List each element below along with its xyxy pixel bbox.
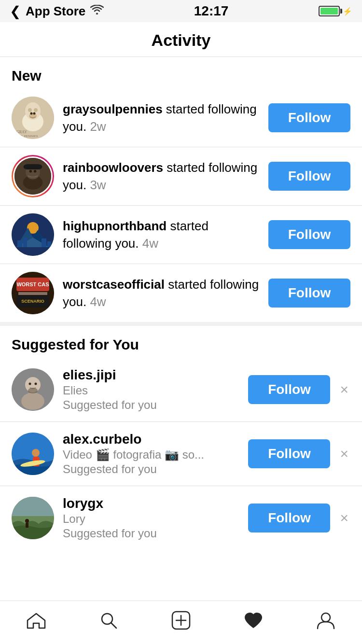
bolt-icon: ⚡ bbox=[343, 7, 352, 16]
avatar-worstcaseofficial[interactable]: WORST CAS SCENARIO bbox=[12, 272, 54, 314]
svg-rect-44 bbox=[26, 523, 28, 528]
back-arrow-icon[interactable]: ❮ bbox=[10, 3, 21, 19]
new-section-heading: New bbox=[0, 57, 362, 89]
suggested-item-eliesjipi: elies.jipi Elies Suggested for you Follo… bbox=[0, 358, 362, 421]
time-worstcaseofficial: 4w bbox=[90, 294, 106, 309]
suggested-info-lorygx: lorygx Lory Suggested for you bbox=[63, 496, 239, 540]
page-header: Activity bbox=[0, 22, 362, 57]
follow-button-graysoulpennies[interactable]: Follow bbox=[268, 103, 350, 132]
follower-item-rainboowloovers: rainboowloovers started following you. 3… bbox=[0, 147, 362, 205]
username-rainboowloovers: rainboowloovers bbox=[63, 160, 163, 175]
suggested-username-alexcurbelo: alex.curbelo bbox=[63, 432, 239, 447]
time-graysoulpennies: 2w bbox=[90, 119, 106, 134]
avatar-alexcurbelo[interactable] bbox=[12, 433, 54, 475]
bottom-nav bbox=[0, 601, 362, 644]
wifi-icon bbox=[90, 5, 104, 17]
suggested-displayname-eliesjipi: Elies bbox=[63, 384, 239, 397]
suggested-tag-lorygx: Suggested for you bbox=[63, 527, 239, 540]
app-store-label[interactable]: App Store bbox=[26, 4, 85, 19]
follow-button-worstcaseofficial[interactable]: Follow bbox=[268, 279, 350, 308]
follower-item-graysoulpennies: GRAY SOUL PENNIES graysoulpennies starte… bbox=[0, 89, 362, 147]
svg-point-3 bbox=[28, 108, 32, 112]
nav-add[interactable] bbox=[162, 608, 200, 637]
dismiss-button-lorygx[interactable]: × bbox=[338, 508, 350, 528]
svg-rect-15 bbox=[24, 164, 42, 169]
svg-rect-21 bbox=[17, 240, 22, 247]
username-highupnorthband: highupnorthband bbox=[63, 219, 167, 233]
suggested-bio-alexcurbelo: Video 🎬 fotografia 📷 so... bbox=[63, 448, 239, 462]
svg-point-6 bbox=[30, 112, 33, 115]
heart-icon bbox=[244, 612, 263, 633]
svg-rect-42 bbox=[12, 497, 54, 516]
avatar-rainboowloovers[interactable] bbox=[12, 155, 54, 197]
suggested-username-eliesjipi: elies.jipi bbox=[63, 367, 239, 383]
follower-text-graysoulpennies: graysoulpennies started following you. 2… bbox=[63, 100, 260, 136]
svg-point-43 bbox=[25, 519, 29, 523]
home-icon bbox=[27, 612, 46, 633]
suggested-displayname-lorygx: Lory bbox=[63, 512, 239, 526]
profile-icon bbox=[317, 611, 335, 634]
svg-text:SCENARIO: SCENARIO bbox=[21, 299, 44, 304]
svg-point-33 bbox=[21, 392, 44, 410]
time-highupnorthband: 4w bbox=[142, 236, 158, 251]
suggested-item-alexcurbelo: alex.curbelo Video 🎬 fotografia 📷 so... … bbox=[0, 422, 362, 486]
svg-rect-24 bbox=[47, 241, 51, 247]
suggested-tag-alexcurbelo: Suggested for you bbox=[63, 462, 239, 476]
suggested-info-eliesjipi: elies.jipi Elies Suggested for you bbox=[63, 367, 239, 412]
svg-point-7 bbox=[33, 112, 36, 115]
username-graysoulpennies: graysoulpennies bbox=[63, 102, 163, 116]
suggested-actions-eliesjipi: Follow × bbox=[248, 375, 350, 404]
svg-text:WORST CAS: WORST CAS bbox=[16, 281, 49, 287]
follower-item-worstcaseofficial: WORST CAS SCENARIO worstcaseofficial sta… bbox=[0, 264, 362, 322]
suggested-item-lorygx: lorygx Lory Suggested for you Follow × bbox=[0, 486, 362, 550]
avatar-graysoulpennies[interactable]: GRAY SOUL PENNIES bbox=[12, 97, 54, 139]
nav-search[interactable] bbox=[89, 608, 128, 637]
avatar-eliesjipi[interactable] bbox=[12, 368, 54, 411]
time-rainboowloovers: 3w bbox=[90, 178, 106, 192]
svg-point-35 bbox=[35, 383, 37, 385]
svg-rect-30 bbox=[18, 292, 47, 295]
suggested-actions-lorygx: Follow × bbox=[248, 504, 350, 532]
follow-button-lorygx[interactable]: Follow bbox=[248, 504, 330, 532]
svg-point-4 bbox=[34, 108, 38, 112]
svg-line-46 bbox=[111, 623, 116, 628]
section-divider bbox=[0, 322, 362, 326]
svg-point-50 bbox=[321, 613, 330, 622]
svg-point-36 bbox=[28, 388, 38, 393]
page-title: Activity bbox=[0, 31, 362, 50]
suggested-tag-eliesjipi: Suggested for you bbox=[63, 398, 239, 412]
suggested-section-heading: Suggested for You bbox=[0, 326, 362, 358]
svg-text:GRAY: GRAY bbox=[16, 130, 27, 134]
follow-button-highupnorthband[interactable]: Follow bbox=[268, 220, 350, 249]
status-right: ⚡ bbox=[319, 6, 352, 16]
svg-rect-23 bbox=[42, 238, 46, 247]
svg-point-34 bbox=[29, 383, 31, 385]
follower-text-worstcaseofficial: worstcaseofficial started following you.… bbox=[63, 276, 260, 311]
svg-point-38 bbox=[32, 449, 40, 457]
status-time: 12:17 bbox=[194, 3, 229, 19]
nav-activity[interactable] bbox=[234, 608, 273, 637]
search-icon bbox=[100, 612, 117, 633]
nav-profile[interactable] bbox=[306, 608, 345, 637]
dismiss-button-alexcurbelo[interactable]: × bbox=[338, 444, 350, 464]
follow-button-rainboowloovers[interactable]: Follow bbox=[268, 162, 350, 191]
nav-home[interactable] bbox=[17, 608, 56, 637]
svg-text:SOUL PENNIES: SOUL PENNIES bbox=[14, 134, 38, 138]
svg-point-16 bbox=[12, 213, 54, 256]
add-icon bbox=[171, 611, 191, 634]
follow-button-alexcurbelo[interactable]: Follow bbox=[248, 439, 330, 468]
avatar-lorygx[interactable] bbox=[12, 497, 54, 539]
dismiss-button-eliesjipi[interactable]: × bbox=[338, 379, 350, 400]
follower-text-rainboowloovers: rainboowloovers started following you. 3… bbox=[63, 159, 260, 194]
content-area: New GRAY SOUL PENNIES graysoulpennies st… bbox=[0, 57, 362, 593]
svg-point-14 bbox=[34, 170, 37, 173]
follower-item-highupnorthband: highupnorthband started following you. 4… bbox=[0, 206, 362, 264]
username-worstcaseofficial: worstcaseofficial bbox=[63, 277, 165, 292]
follow-button-eliesjipi[interactable]: Follow bbox=[248, 375, 330, 404]
suggested-info-alexcurbelo: alex.curbelo Video 🎬 fotografia 📷 so... … bbox=[63, 432, 239, 476]
suggested-actions-alexcurbelo: Follow × bbox=[248, 439, 350, 468]
avatar-highupnorthband[interactable] bbox=[12, 213, 54, 256]
status-bar: ❮ App Store 12:17 ⚡ bbox=[0, 0, 362, 22]
battery-icon bbox=[319, 6, 340, 16]
svg-point-13 bbox=[29, 170, 32, 173]
